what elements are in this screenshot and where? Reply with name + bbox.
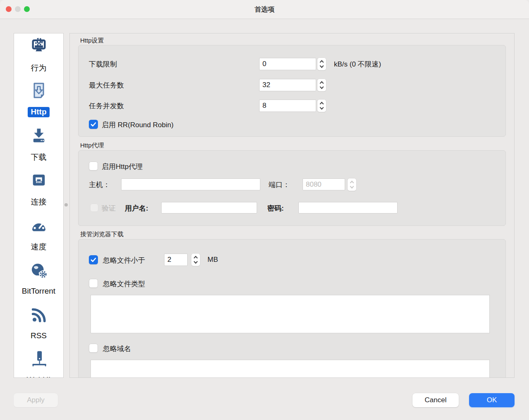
task-concurrency-label: 任务并发数 [89, 101, 124, 111]
ignore-size-label: 忽略文件小于 [103, 256, 145, 265]
ignore-size-unit: MB [207, 256, 218, 264]
proxy-auth-checkbox [90, 204, 98, 212]
ignore-domain-textarea[interactable] [91, 360, 490, 378]
rr-checkbox[interactable] [89, 120, 98, 129]
download-limit-label: 下载限制 [89, 59, 117, 69]
ignore-domain-label: 忽略域名 [103, 344, 131, 354]
ignore-type-textarea[interactable] [91, 295, 490, 333]
apply-button[interactable]: Apply [14, 393, 58, 407]
sidebar-item-http[interactable]: Http [14, 107, 63, 117]
sidebar-item-connection-label: 连接 [31, 197, 47, 206]
section-title-browser-takeover: 接管浏览器下载 [80, 230, 124, 238]
proxy-host-label: 主机： [89, 180, 110, 190]
ignore-domain-checkbox[interactable] [89, 344, 98, 353]
ignore-type-checkbox[interactable] [89, 279, 98, 288]
proxy-username-input[interactable] [161, 202, 257, 214]
connection-icon[interactable] [14, 171, 63, 189]
group-http-settings: 下载限制 kB/s (0 不限速) 最大任务数 任务并发数 启用 RR(Roun… [78, 45, 506, 137]
task-concurrency-stepper[interactable] [317, 100, 326, 112]
title-bar: 首选项 [0, 0, 529, 19]
ok-button[interactable]: OK [469, 393, 515, 407]
download-limit-suffix: kB/s (0 不限速) [334, 59, 381, 69]
sidebar-item-http-label: Http [28, 107, 50, 117]
webui-icon[interactable] [14, 350, 63, 368]
window-title: 首选项 [0, 5, 529, 14]
ignore-size-stepper[interactable] [191, 254, 200, 266]
behavior-icon[interactable] [14, 37, 63, 55]
bittorrent-icon[interactable] [14, 261, 63, 280]
cancel-button[interactable]: Cancel [412, 393, 459, 407]
pane-splitter-handle[interactable] [64, 203, 68, 206]
enable-proxy-label: 启用Http代理 [102, 162, 143, 171]
preferences-sidebar: 行为 Http 下载 连接 [14, 33, 64, 378]
group-browser-takeover: 忽略文件小于 MB 忽略文件类型 忽略域名 [78, 239, 506, 378]
download-limit-input[interactable] [259, 58, 316, 70]
proxy-host-input[interactable] [121, 178, 260, 190]
proxy-auth-label: 验证 [102, 204, 116, 213]
sidebar-item-rss-label: RSS [31, 331, 47, 340]
proxy-port-input[interactable] [303, 178, 345, 190]
sidebar-item-behavior-label: 行为 [31, 64, 47, 72]
http-preferences-pane: Http设置 下载限制 kB/s (0 不限速) 最大任务数 任务并发数 启用 … [69, 33, 515, 378]
proxy-port-stepper [348, 178, 356, 191]
ignore-type-label: 忽略文件类型 [103, 279, 145, 289]
max-tasks-label: 最大任务数 [89, 81, 124, 90]
max-tasks-input[interactable] [259, 79, 316, 91]
speedometer-icon[interactable] [14, 216, 63, 235]
enable-proxy-checkbox[interactable] [89, 161, 98, 171]
sidebar-item-webui[interactable]: WebUI [14, 375, 63, 378]
http-icon[interactable] [14, 81, 63, 100]
download-limit-stepper[interactable] [317, 58, 326, 70]
task-concurrency-input[interactable] [259, 100, 316, 112]
download-icon[interactable] [14, 126, 63, 145]
section-title-http-proxy: Http代理 [80, 142, 104, 149]
sidebar-item-rss[interactable]: RSS [14, 331, 63, 340]
sidebar-item-speed-label: 速度 [31, 242, 47, 251]
proxy-password-label: 密码: [267, 204, 284, 213]
sidebar-item-webui-label: WebUI [27, 375, 51, 378]
rss-icon[interactable] [14, 306, 63, 324]
sidebar-item-speed[interactable]: 速度 [14, 242, 63, 252]
ignore-size-input[interactable] [164, 254, 188, 266]
sidebar-item-bittorrent-label: BitTorrent [22, 287, 55, 295]
sidebar-item-download-label: 下载 [31, 153, 47, 161]
section-title-http-settings: Http设置 [80, 37, 104, 45]
sidebar-item-connection[interactable]: 连接 [14, 197, 63, 207]
max-tasks-stepper[interactable] [317, 79, 326, 91]
group-http-proxy: 启用Http代理 主机： 端口： 验证 用户名: 密码: [78, 150, 506, 226]
sidebar-item-download[interactable]: 下载 [14, 152, 63, 163]
proxy-port-label: 端口： [269, 180, 290, 190]
sidebar-item-bittorrent[interactable]: BitTorrent [14, 287, 63, 296]
rr-checkbox-label: 启用 RR(Round Robin) [102, 120, 174, 130]
sidebar-item-behavior[interactable]: 行为 [14, 63, 63, 74]
proxy-password-input[interactable] [298, 202, 398, 214]
proxy-username-label: 用户名: [125, 204, 148, 213]
ignore-size-checkbox[interactable] [89, 255, 98, 264]
